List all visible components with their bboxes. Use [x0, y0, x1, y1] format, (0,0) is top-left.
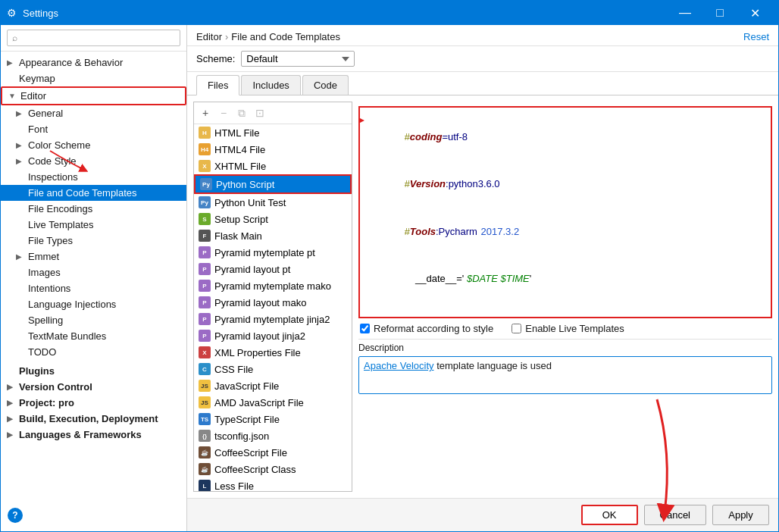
maximize-button[interactable]: □ — [702, 1, 737, 25]
sidebar-item-version-control[interactable]: ▶ Version Control — [1, 379, 186, 395]
sidebar-item-appearance[interactable]: ▶ Appearance & Behavior — [1, 55, 186, 70]
template-item-pyramid-mytemplate-mako[interactable]: P Pyramid mytemplate mako — [194, 277, 352, 294]
sidebar-item-plugins[interactable]: Plugins — [1, 363, 186, 379]
tab-includes[interactable]: Includes — [241, 75, 300, 95]
template-item-xml-properties-file[interactable]: X XML Properties File — [194, 344, 352, 361]
date-pre: __date__=' — [405, 273, 465, 284]
code-editor[interactable]: #coding=utf-8 #Version:python3.6.0 #Tool… — [358, 106, 772, 318]
template-item-pyramid-layout-mako[interactable]: P Pyramid layout mako — [194, 294, 352, 311]
sidebar-item-keymap[interactable]: Keymap — [1, 70, 186, 86]
sidebar-item-label: Version Control — [19, 381, 180, 393]
sidebar-item-file-code-templates[interactable]: File and Code Templates — [1, 185, 186, 201]
template-item-tsconfig-json[interactable]: {} tsconfig.json — [194, 427, 352, 444]
template-item-pyramid-layout-jinja2[interactable]: P Pyramid layout jinja2 — [194, 327, 352, 344]
arrow-icon: ▼ — [8, 92, 17, 100]
arrow-icon: ▶ — [7, 399, 16, 407]
template-item-html4-file[interactable]: H4 HTML4 File — [194, 141, 352, 158]
live-templates-checkbox[interactable] — [512, 324, 521, 333]
title-bar-controls: — □ ✕ — [668, 1, 772, 25]
add-template-button[interactable]: + — [197, 105, 214, 121]
sidebar-item-todo[interactable]: TODO — [1, 344, 186, 360]
sidebar-item-textmate-bundles[interactable]: TextMate Bundles — [1, 328, 186, 344]
sidebar-item-label: Languages & Frameworks — [19, 429, 180, 440]
template-item-python-script[interactable]: Py Python Script — [194, 174, 352, 194]
sidebar-item-editor[interactable]: ▼ Editor — [1, 86, 186, 105]
reformat-checkbox-label[interactable]: Reformat according to style — [360, 323, 493, 334]
sidebar-item-file-encodings[interactable]: File Encodings — [1, 201, 186, 217]
sidebar-item-general[interactable]: ▶ General — [1, 105, 186, 121]
reset-link[interactable]: Reset — [743, 31, 769, 42]
cancel-button[interactable]: Cancel — [644, 505, 706, 525]
help-button[interactable]: ? — [8, 508, 23, 523]
html-file-icon: H — [199, 127, 211, 139]
template-item-flask-main[interactable]: F Flask Main — [194, 227, 352, 244]
less-icon: L — [199, 480, 211, 491]
template-item-xhtml-file[interactable]: X XHTML File — [194, 158, 352, 174]
scheme-select[interactable]: Default Project — [241, 51, 355, 67]
close-button[interactable]: ✕ — [737, 1, 772, 25]
reformat-checkbox[interactable] — [360, 324, 370, 333]
sidebar-item-inspections[interactable]: Inspections — [1, 169, 186, 185]
copy-template-button[interactable]: ⧉ — [233, 105, 250, 121]
template-item-less-file[interactable]: L Less File — [194, 477, 352, 491]
template-item-typescript-file[interactable]: TS TypeScript File — [194, 411, 352, 427]
template-item-pyramid-layout-pt[interactable]: P Pyramid layout pt — [194, 261, 352, 277]
template-item-coffeescript-file[interactable]: ☕ CoffeeScript File — [194, 444, 352, 461]
template-item-css-file[interactable]: C CSS File — [194, 361, 352, 377]
template-item-setup-script[interactable]: S Setup Script — [194, 211, 352, 227]
minimize-button[interactable]: — — [668, 1, 702, 25]
template-item-label: AMD JavaScript File — [214, 397, 304, 408]
other-template-button[interactable]: ⊡ — [252, 105, 268, 121]
code-line-4: __date__=' $DATE $TIME' — [366, 255, 765, 302]
hash-symbol: # — [405, 178, 410, 189]
sidebar-item-label: File and Code Templates — [28, 187, 180, 199]
template-item-javascript-file[interactable]: JS JavaScript File — [194, 377, 352, 394]
python-script-icon: Py — [200, 178, 212, 190]
template-items: H HTML File H4 HTML4 File X XHTML File — [194, 124, 352, 491]
template-list: + − ⧉ ⊡ H HTML File H4 HTML4 File — [193, 102, 352, 492]
right-panel: Editor › File and Code Templates Reset S… — [187, 25, 778, 531]
sidebar-item-project-pro[interactable]: ▶ Project: pro — [1, 395, 186, 411]
xml-icon: X — [199, 346, 211, 358]
sidebar-item-language-injections[interactable]: Language Injections — [1, 296, 186, 312]
ok-button[interactable]: OK — [581, 505, 638, 525]
sidebar-item-file-types[interactable]: File Types — [1, 233, 186, 249]
template-item-python-unit-test[interactable]: Py Python Unit Test — [194, 194, 352, 211]
version-val: :python3.6.0 — [446, 178, 500, 189]
template-item-amd-javascript-file[interactable]: JS AMD JavaScript File — [194, 394, 352, 411]
breadcrumb-part2: File and Code Templates — [231, 31, 340, 42]
description-section: Description Apache Velocity template lan… — [358, 339, 772, 394]
sidebar-item-live-templates[interactable]: Live Templates — [1, 217, 186, 233]
sidebar-item-build-execution[interactable]: ▶ Build, Execution, Deployment — [1, 411, 186, 427]
remove-template-button[interactable]: − — [215, 105, 232, 121]
sidebar-item-emmet[interactable]: ▶ Emmet — [1, 249, 186, 264]
template-item-pyramid-mytemplate-jinja2[interactable]: P Pyramid mytemplate jinja2 — [194, 311, 352, 327]
tab-files[interactable]: Files — [196, 75, 239, 95]
description-rest: template language is used — [434, 360, 552, 371]
sidebar-item-intentions[interactable]: Intentions — [1, 280, 186, 296]
sidebar-item-label: Language Injections — [28, 299, 180, 310]
search-input[interactable] — [7, 30, 180, 46]
sidebar: ▶ Appearance & Behavior Keymap ▼ Editor … — [1, 25, 187, 531]
tools-val: :Pycharm — [436, 226, 480, 237]
sidebar-item-label: Color Scheme — [28, 139, 180, 151]
sidebar-item-languages-frameworks[interactable]: ▶ Languages & Frameworks — [1, 427, 186, 443]
sidebar-item-label: Project: pro — [19, 397, 180, 408]
sidebar-item-spelling[interactable]: Spelling — [1, 312, 186, 328]
template-item-html-file[interactable]: H HTML File — [194, 124, 352, 141]
sidebar-item-label: Keymap — [19, 73, 180, 84]
sidebar-item-images[interactable]: Images — [1, 264, 186, 280]
sidebar-item-label: Code Style — [28, 155, 180, 167]
sidebar-item-label: File Types — [28, 235, 180, 246]
template-item-coffeescript-class[interactable]: ☕ CoffeeScript Class — [194, 461, 352, 477]
live-templates-checkbox-label[interactable]: Enable Live Templates — [512, 323, 624, 334]
arrow-icon: ▶ — [7, 415, 16, 423]
sidebar-item-color-scheme[interactable]: ▶ Color Scheme — [1, 137, 186, 153]
sidebar-item-code-style[interactable]: ▶ Code Style — [1, 153, 186, 169]
template-item-pyramid-mytemplate-pt[interactable]: P Pyramid mytemplate pt — [194, 244, 352, 261]
sidebar-item-font[interactable]: Font — [1, 121, 186, 137]
tab-code[interactable]: Code — [302, 75, 349, 95]
sidebar-tree: ▶ Appearance & Behavior Keymap ▼ Editor … — [1, 52, 186, 531]
apache-velocity-link[interactable]: Apache Velocity — [364, 360, 434, 371]
apply-button[interactable]: Apply — [712, 505, 769, 525]
